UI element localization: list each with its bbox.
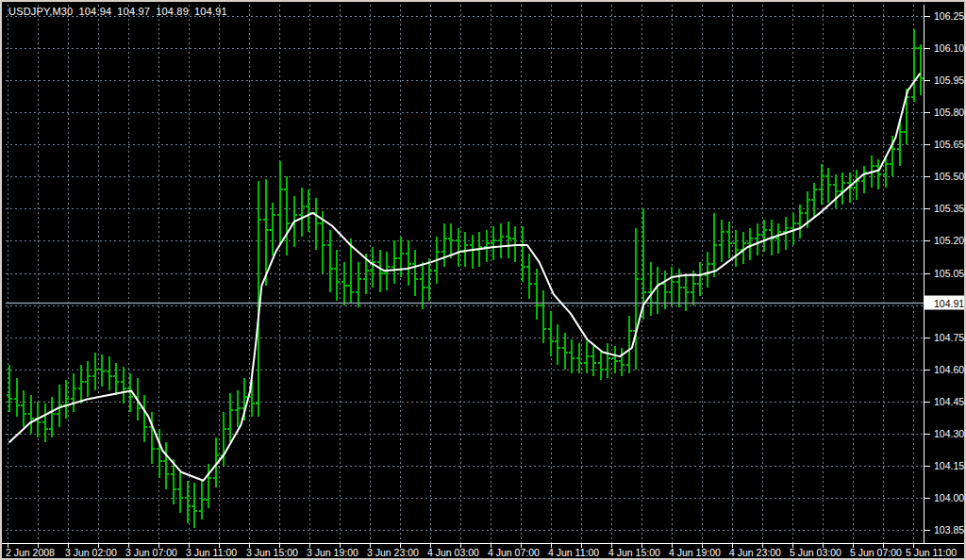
chart-window: USDJPY,M30104.94104.97104.89104.91 106.2… xyxy=(0,0,966,560)
chart-title-bar: USDJPY,M30104.94104.97104.89104.91 xyxy=(8,6,233,17)
chart-plot-area[interactable] xyxy=(6,5,924,543)
symbol-period-label: USDJPY,M30 xyxy=(8,6,73,17)
current-close-value: 104.91 xyxy=(194,6,227,17)
current-low-value: 104.89 xyxy=(156,6,189,17)
time-axis[interactable] xyxy=(6,544,924,560)
price-axis[interactable] xyxy=(924,5,966,543)
current-high-value: 104.97 xyxy=(117,6,150,17)
current-open-value: 104.94 xyxy=(78,6,111,17)
chart-canvas: 106.25106.10105.95105.80105.65105.50105.… xyxy=(2,2,966,560)
